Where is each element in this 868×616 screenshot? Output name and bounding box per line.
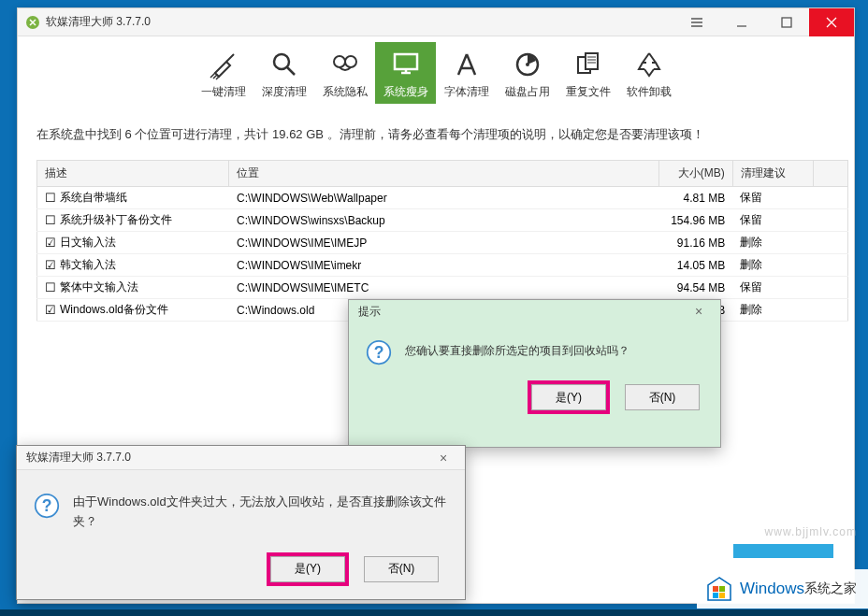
close-button[interactable]: [809, 8, 854, 36]
row-loc: C:\WINDOWS\IME\IMETC: [229, 277, 658, 299]
disk-icon: [512, 47, 543, 82]
cleanup-table: 描述 位置 大小(MB) 清理建议 系统自带墙纸C:\WINDOWS\Web\W…: [36, 160, 848, 322]
tab-privacy[interactable]: 系统隐私: [314, 42, 375, 104]
site-logo: Windows 系统之家: [697, 569, 868, 609]
row-sugg: 删除: [732, 299, 813, 322]
confirm-dialog-recycle: 提示 × ? 您确认要直接删除所选定的项目到回收站吗？ 是(Y) 否(N): [348, 299, 721, 448]
font-icon: [451, 47, 483, 82]
logo-sub: 系统之家: [804, 580, 857, 597]
taskbar: [0, 609, 868, 616]
row-sugg: 保留: [732, 277, 813, 299]
dialog2-yes-button[interactable]: 是(Y): [270, 556, 345, 582]
dialog1-yes-button[interactable]: 是(Y): [531, 384, 606, 410]
svg-rect-17: [719, 593, 725, 598]
row-desc: Windows.old备份文件: [60, 303, 168, 316]
row-size: 4.81 MB: [658, 187, 732, 209]
row-desc: 繁体中文输入法: [60, 280, 138, 294]
row-sugg: 删除: [732, 254, 813, 277]
row-loc: C:\WINDOWS\IME\IMEJP: [229, 232, 658, 254]
action-button-partial[interactable]: [733, 544, 833, 558]
maximize-button[interactable]: [764, 8, 809, 36]
dialog1-no-button[interactable]: 否(N): [625, 384, 700, 410]
svg-point-3: [334, 56, 345, 67]
header-desc[interactable]: 描述: [37, 161, 229, 187]
svg-point-2: [274, 54, 289, 69]
row-sugg: 保留: [732, 187, 813, 209]
row-size: 91.16 MB: [658, 232, 732, 254]
svg-point-7: [526, 63, 529, 66]
header-size[interactable]: 大小(MB): [658, 161, 732, 187]
svg-rect-1: [782, 18, 791, 27]
watermark: www.bjjmlv.com: [765, 525, 857, 538]
dialog2-message: 由于Windows.old文件夹过大，无法放入回收站，是否直接删除该文件夹？: [73, 493, 446, 532]
brush-icon: [208, 47, 239, 82]
tab-font-clean[interactable]: 字体清理: [436, 42, 497, 104]
tab-one-click-clean[interactable]: 一键清理: [193, 42, 253, 104]
svg-text:?: ?: [42, 496, 52, 515]
svg-rect-5: [395, 54, 417, 69]
titlebar: 软媒清理大师 3.7.7.0: [18, 8, 854, 36]
confirm-dialog-delete: 软媒清理大师 3.7.7.0 × ? 由于Windows.old文件夹过大，无法…: [16, 445, 466, 600]
summary-text: 在系统盘中找到 6 个位置可进行清理，共计 19.62 GB 。清理前，请务必查…: [36, 126, 835, 143]
svg-text:?: ?: [374, 343, 384, 362]
windows-logo-icon: [704, 574, 734, 604]
logo-brand: Windows: [740, 580, 804, 598]
svg-point-4: [345, 56, 356, 67]
privacy-icon: [329, 47, 361, 82]
app-icon: [25, 15, 40, 30]
tab-deep-clean[interactable]: 深度清理: [253, 42, 314, 104]
tab-uninstall[interactable]: 软件卸载: [618, 42, 679, 104]
row-checkbox[interactable]: [45, 192, 56, 205]
window-title: 软媒清理大师 3.7.7.0: [46, 14, 151, 30]
titlebar-controls: [674, 8, 854, 36]
row-loc: C:\WINDOWS\IME\imekr: [229, 254, 658, 277]
minimize-button[interactable]: [719, 8, 764, 36]
table-row[interactable]: 系统升级补丁备份文件C:\WINDOWS\winsxs\Backup154.96…: [37, 209, 848, 232]
header-sugg[interactable]: 清理建议: [732, 161, 813, 187]
duplicate-icon: [572, 47, 604, 82]
row-size: 14.05 MB: [658, 254, 732, 277]
row-sugg: 删除: [732, 232, 813, 254]
row-sugg: 保留: [732, 209, 813, 232]
row-desc: 系统自带墙纸: [60, 191, 127, 204]
row-size: 154.96 MB: [658, 209, 732, 232]
svg-rect-14: [713, 586, 718, 592]
row-checkbox[interactable]: [45, 281, 56, 294]
tab-system-slim[interactable]: 系统瘦身: [375, 42, 436, 104]
header-loc[interactable]: 位置: [229, 161, 658, 187]
row-size: 94.54 MB: [658, 277, 732, 299]
tab-disk-usage[interactable]: 磁盘占用: [497, 42, 557, 104]
dialog2-close-button[interactable]: ×: [427, 451, 465, 466]
row-checkbox[interactable]: [45, 259, 56, 272]
dialog1-close-button[interactable]: ×: [683, 304, 720, 319]
dialog1-title: 提示: [358, 304, 381, 320]
question-icon: ?: [366, 339, 392, 365]
tab-duplicate-files[interactable]: 重复文件: [557, 42, 618, 104]
row-desc: 韩文输入法: [60, 258, 116, 271]
dialog2-no-button[interactable]: 否(N): [364, 556, 439, 582]
table-row[interactable]: 繁体中文输入法C:\WINDOWS\IME\IMETC94.54 MB保留: [37, 277, 848, 299]
header-spare[interactable]: [813, 161, 847, 187]
toolbar: 一键清理 深度清理 系统隐私 系统瘦身 字体清理 磁盘占用 重复文件 软件卸载: [18, 36, 854, 109]
svg-rect-9: [586, 53, 598, 69]
question-icon: ?: [34, 493, 60, 519]
row-checkbox[interactable]: [45, 304, 56, 317]
row-checkbox[interactable]: [45, 236, 56, 250]
svg-rect-15: [719, 586, 725, 592]
dialog1-message: 您确认要直接删除所选定的项目到回收站吗？: [405, 343, 629, 359]
magnifier-icon: [268, 47, 300, 82]
row-loc: C:\WINDOWS\Web\Wallpaper: [229, 187, 658, 209]
dialog2-titlebar: 软媒清理大师 3.7.7.0 ×: [17, 446, 465, 470]
table-row[interactable]: 系统自带墙纸C:\WINDOWS\Web\Wallpaper4.81 MB保留: [37, 187, 848, 209]
dialog2-title: 软媒清理大师 3.7.7.0: [26, 450, 131, 466]
menu-button[interactable]: [674, 8, 719, 36]
table-row[interactable]: 日文输入法C:\WINDOWS\IME\IMEJP91.16 MB删除: [37, 232, 848, 254]
row-desc: 系统升级补丁备份文件: [60, 213, 172, 226]
row-loc: C:\WINDOWS\winsxs\Backup: [229, 209, 658, 232]
recycle-icon: [633, 47, 665, 82]
row-desc: 日文输入法: [60, 236, 116, 249]
table-row[interactable]: 韩文输入法C:\WINDOWS\IME\imekr14.05 MB删除: [37, 254, 848, 277]
monitor-icon: [390, 47, 422, 82]
dialog1-titlebar: 提示 ×: [349, 300, 720, 322]
row-checkbox[interactable]: [45, 214, 56, 227]
